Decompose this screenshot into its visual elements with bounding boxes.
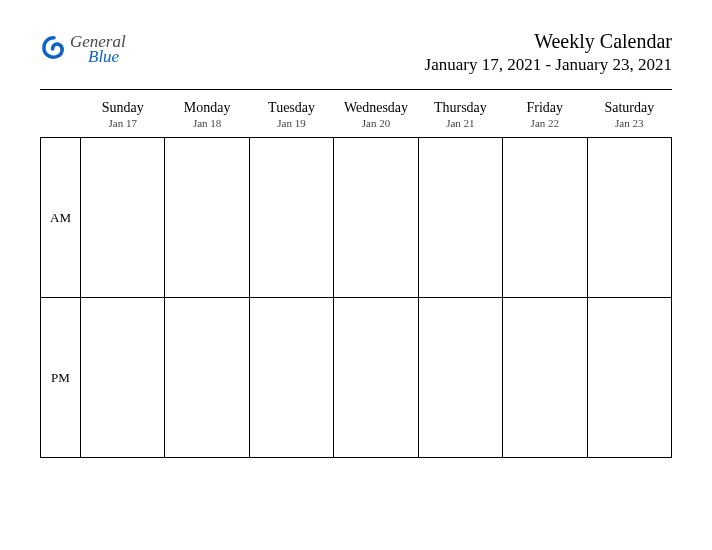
day-name: Wednesday xyxy=(334,100,418,116)
header: General Blue Weekly Calendar January 17,… xyxy=(40,30,672,75)
logo-text: General Blue xyxy=(70,34,126,65)
swirl-icon xyxy=(40,35,68,63)
cell-pm-tue[interactable] xyxy=(249,298,333,458)
cell-pm-thu[interactable] xyxy=(418,298,502,458)
cell-pm-mon[interactable] xyxy=(165,298,249,458)
day-date: Jan 17 xyxy=(81,117,165,129)
cell-am-fri[interactable] xyxy=(503,138,587,298)
cell-pm-sun[interactable] xyxy=(81,298,165,458)
day-name: Saturday xyxy=(587,100,671,116)
page-title: Weekly Calendar xyxy=(425,30,672,53)
period-label-am: AM xyxy=(41,138,81,298)
day-header: Tuesday Jan 19 xyxy=(249,96,333,138)
calendar-table: Sunday Jan 17 Monday Jan 18 Tuesday Jan … xyxy=(40,96,672,458)
day-header: Sunday Jan 17 xyxy=(81,96,165,138)
cell-pm-wed[interactable] xyxy=(334,298,418,458)
day-date: Jan 21 xyxy=(418,117,502,129)
day-name: Sunday xyxy=(81,100,165,116)
day-header: Friday Jan 22 xyxy=(503,96,587,138)
header-row: Sunday Jan 17 Monday Jan 18 Tuesday Jan … xyxy=(41,96,672,138)
day-name: Thursday xyxy=(418,100,502,116)
am-row: AM xyxy=(41,138,672,298)
cell-am-sun[interactable] xyxy=(81,138,165,298)
day-date: Jan 19 xyxy=(249,117,333,129)
cell-am-tue[interactable] xyxy=(249,138,333,298)
cell-pm-fri[interactable] xyxy=(503,298,587,458)
logo: General Blue xyxy=(40,34,126,65)
cell-am-mon[interactable] xyxy=(165,138,249,298)
day-header: Thursday Jan 21 xyxy=(418,96,502,138)
day-header: Saturday Jan 23 xyxy=(587,96,671,138)
day-name: Tuesday xyxy=(249,100,333,116)
cell-pm-sat[interactable] xyxy=(587,298,671,458)
day-date: Jan 20 xyxy=(334,117,418,129)
day-name: Monday xyxy=(165,100,249,116)
day-date: Jan 22 xyxy=(503,117,587,129)
logo-line2: Blue xyxy=(88,49,126,64)
date-range: January 17, 2021 - January 23, 2021 xyxy=(425,55,672,75)
cell-am-thu[interactable] xyxy=(418,138,502,298)
title-block: Weekly Calendar January 17, 2021 - Janua… xyxy=(425,30,672,75)
period-label-pm: PM xyxy=(41,298,81,458)
divider xyxy=(40,89,672,90)
day-date: Jan 18 xyxy=(165,117,249,129)
day-name: Friday xyxy=(503,100,587,116)
pm-row: PM xyxy=(41,298,672,458)
cell-am-wed[interactable] xyxy=(334,138,418,298)
blank-header xyxy=(41,96,81,138)
cell-am-sat[interactable] xyxy=(587,138,671,298)
day-header: Wednesday Jan 20 xyxy=(334,96,418,138)
day-date: Jan 23 xyxy=(587,117,671,129)
day-header: Monday Jan 18 xyxy=(165,96,249,138)
